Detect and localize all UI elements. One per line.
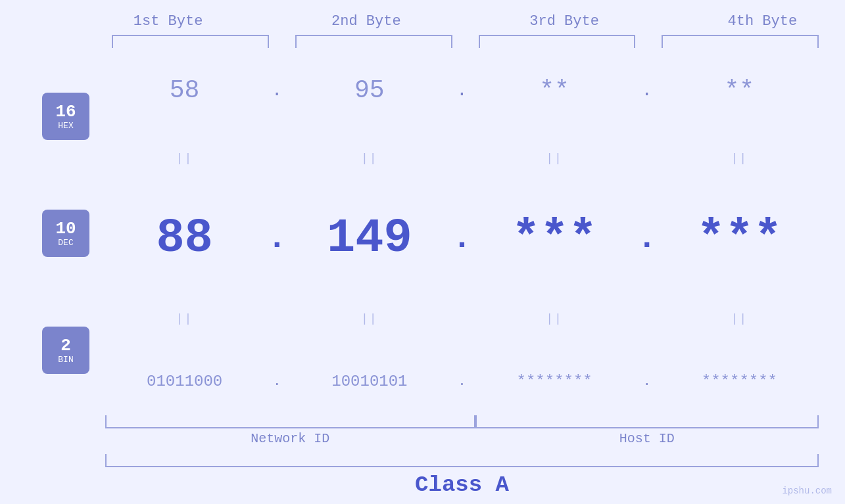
bin-cell-3: ******** (475, 373, 634, 390)
bin-dot-3: . (634, 374, 660, 389)
data-rows-col: 58 . 95 . ** . ** (105, 55, 819, 412)
content-area: 16 HEX 10 DEC 2 BIN 58 . (26, 55, 819, 412)
sep-cell-4: || (660, 152, 819, 165)
hex-badge: 16 HEX (42, 93, 89, 140)
dec-dot-2: . (449, 219, 475, 257)
dec-cell-1: 88 (105, 212, 264, 265)
byte-header-2: 2nd Byte (267, 13, 465, 35)
sep-cell-6: || (290, 312, 448, 325)
bracket-3 (479, 35, 636, 48)
network-id-label: Network ID (105, 431, 475, 446)
bottom-section: Network ID Host ID Class A (26, 415, 819, 497)
host-id-label: Host ID (475, 431, 819, 446)
hex-cell-3: ** (475, 76, 634, 104)
dec-dot-1: . (264, 219, 290, 257)
badges-col: 16 HEX 10 DEC 2 BIN (26, 55, 105, 412)
sep-cell-3: || (475, 152, 634, 165)
byte-header-4: 4th Byte (664, 13, 845, 35)
dec-cell-3: *** (475, 212, 634, 265)
network-bracket (105, 415, 475, 428)
bracket-4 (662, 35, 819, 48)
hex-cell-2: 95 (290, 76, 448, 104)
dec-row: 88 . 149 . *** . *** (105, 212, 819, 265)
byte-headers: 1st Byte 2nd Byte 3rd Byte 4th Byte (69, 13, 845, 35)
sep-bars-1: || || || || (105, 152, 819, 165)
dec-cell-4: *** (660, 212, 819, 265)
big-bottom-bracket (105, 454, 819, 467)
dec-dot-3: . (634, 219, 660, 257)
bin-dot-2: . (449, 374, 475, 389)
top-brackets (112, 35, 819, 48)
hex-cell-4: ** (660, 76, 819, 104)
bin-cell-2: 10010101 (290, 373, 448, 390)
hex-dot-1: . (264, 80, 290, 101)
bracket-1 (112, 35, 269, 48)
bin-dot-1: . (264, 374, 290, 389)
class-label: Class A (105, 472, 819, 497)
dec-cell-2: 149 (290, 212, 448, 265)
bin-cell-1: 01011000 (105, 373, 264, 390)
byte-header-3: 3rd Byte (466, 13, 664, 35)
bin-cell-4: ******** (660, 373, 819, 390)
separator-2: || || || || (105, 309, 819, 329)
host-bracket (475, 415, 819, 428)
sep-cell-8: || (660, 312, 819, 325)
separator-1: || || || || (105, 149, 819, 168)
dec-badge: 10 DEC (42, 210, 89, 257)
sep-bars-2: || || || || (105, 312, 819, 325)
bottom-brackets (105, 415, 819, 428)
byte-header-1: 1st Byte (69, 13, 267, 35)
hex-dot-2: . (449, 80, 475, 101)
hex-dot-3: . (634, 80, 660, 101)
sep-cell-7: || (475, 312, 634, 325)
bracket-2 (295, 35, 452, 48)
sep-cell-5: || (105, 312, 264, 325)
sep-cell-1: || (105, 152, 264, 165)
bin-badge: 2 BIN (42, 327, 89, 374)
sep-cell-2: || (290, 152, 448, 165)
bracket-labels: Network ID Host ID (105, 431, 819, 446)
bin-row: 01011000 . 10010101 . ******** . (105, 373, 819, 390)
main-container: 1st Byte 2nd Byte 3rd Byte 4th Byte 16 H… (0, 0, 845, 504)
hex-cell-1: 58 (105, 76, 264, 104)
footer: ipshu.com (782, 486, 832, 496)
hex-row: 58 . 95 . ** . ** (105, 76, 819, 104)
